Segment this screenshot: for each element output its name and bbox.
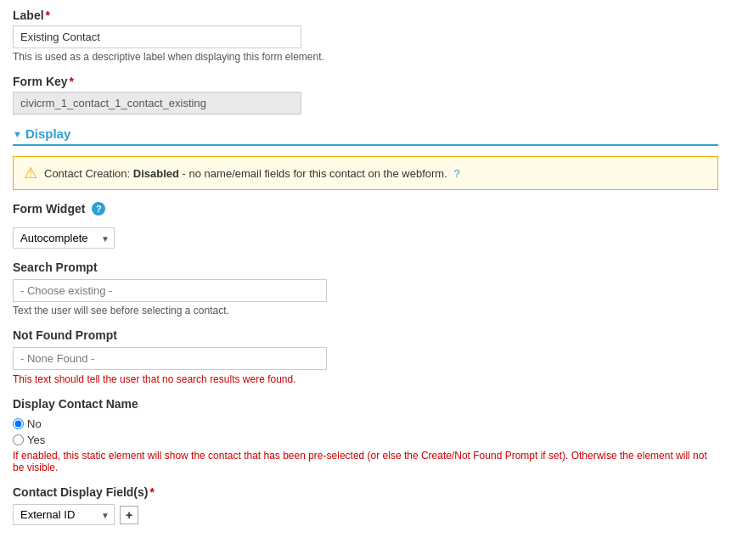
radio-yes[interactable] — [13, 434, 24, 445]
form-widget-row: Form Widget ? — [13, 202, 718, 216]
label-field-group: Label* This is used as a descriptive lab… — [13, 8, 718, 63]
form-key-title: Form Key* — [13, 75, 718, 88]
contact-display-fields-select-wrapper: External ID Display Name Email First Nam… — [13, 504, 115, 525]
warning-box: ⚠ Contact Creation: Disabled - no name/e… — [13, 156, 718, 190]
contact-display-fields-select[interactable]: External ID Display Name Email First Nam… — [13, 504, 115, 525]
display-contact-name-label: Display Contact Name — [13, 397, 718, 411]
radio-row-no: No — [13, 417, 718, 430]
warning-text: Contact Creation: Disabled - no name/ema… — [44, 167, 460, 180]
display-section: ⚠ Contact Creation: Disabled - no name/e… — [13, 156, 718, 525]
not-found-prompt-label: Not Found Prompt — [13, 328, 718, 342]
not-found-prompt-group: Not Found Prompt This text should tell t… — [13, 328, 718, 385]
form-widget-help-icon[interactable]: ? — [92, 202, 105, 216]
not-found-prompt-input[interactable] — [13, 347, 327, 370]
contact-display-fields-add-button[interactable]: + — [120, 506, 138, 524]
search-prompt-input[interactable] — [13, 279, 327, 302]
display-contact-name-group: Display Contact Name No Yes If enabled, … — [13, 397, 718, 473]
form-widget-label: Form Widget — [13, 202, 85, 216]
display-contact-name-info: If enabled, this static element will sho… — [13, 450, 718, 473]
warning-help-icon[interactable]: ? — [453, 167, 459, 180]
contact-display-fields-row: External ID Display Name Email First Nam… — [13, 504, 718, 525]
warning-icon: ⚠ — [24, 164, 37, 182]
label-input[interactable] — [13, 25, 301, 48]
radio-no[interactable] — [13, 418, 24, 429]
form-widget-select-wrapper: Autocomplete Select Hidden ▼ — [13, 227, 115, 249]
label-title: Label* — [13, 8, 718, 22]
not-found-prompt-help: This text should tell the user that no s… — [13, 373, 718, 385]
display-section-title: Display — [25, 126, 70, 141]
radio-row-yes: Yes — [13, 434, 718, 446]
contact-display-fields-label: Contact Display Field(s)* — [13, 485, 718, 499]
search-prompt-help: Text the user will see before selecting … — [13, 305, 718, 316]
form-widget-select-group: Autocomplete Select Hidden ▼ — [13, 227, 718, 249]
contact-display-fields-group: Contact Display Field(s)* External ID Di… — [13, 485, 718, 525]
radio-yes-label: Yes — [27, 434, 45, 446]
search-prompt-group: Search Prompt Text the user will see bef… — [13, 260, 718, 316]
search-prompt-label: Search Prompt — [13, 260, 718, 274]
form-key-field-group: Form Key* — [13, 75, 718, 115]
label-help-text: This is used as a descriptive label when… — [13, 51, 718, 63]
display-contact-name-radio-group: No Yes — [13, 417, 718, 446]
form-key-input[interactable] — [13, 92, 301, 115]
display-section-header: ▼ Display — [13, 126, 718, 146]
form-widget-select[interactable]: Autocomplete Select Hidden — [13, 227, 115, 249]
radio-no-label: No — [27, 417, 42, 430]
display-toggle-icon[interactable]: ▼ — [13, 129, 22, 139]
